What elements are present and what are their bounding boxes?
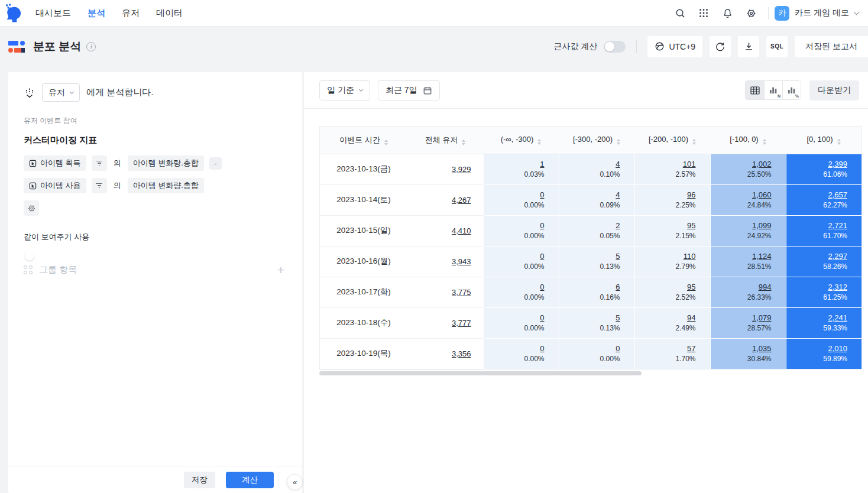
bucket-count-link[interactable]: 0	[484, 190, 545, 200]
bucket-count-link[interactable]: 6	[559, 283, 620, 292]
bucket-count-link[interactable]: 0	[484, 344, 545, 353]
bucket-count-link[interactable]: 95	[635, 221, 696, 231]
granularity-value: 일 기준	[327, 85, 354, 96]
download-button[interactable]: 다운받기	[809, 80, 859, 100]
bucket-count-link[interactable]: 2,241	[786, 313, 848, 323]
workspace-switcher[interactable]: 카 카드 게임 데모	[775, 6, 861, 21]
total-users-link[interactable]: 3,777	[452, 319, 471, 327]
filter-chip[interactable]	[92, 178, 107, 193]
settings-button[interactable]	[741, 3, 761, 23]
column-header-4[interactable]: [-200, -100)	[634, 127, 710, 154]
event-chip[interactable]: 아이템 사용	[24, 178, 86, 193]
total-users-link[interactable]: 3,943	[452, 257, 471, 266]
cell-bucket: 1,03530.84%	[710, 338, 786, 369]
bucket-count-link[interactable]: 2,297	[786, 252, 848, 261]
bucket-count-link[interactable]: 1,060	[711, 190, 772, 200]
bucket-count-link[interactable]: 110	[635, 252, 696, 261]
bucket-count-link[interactable]: 95	[635, 283, 696, 292]
calculate-button[interactable]: 계산	[226, 472, 274, 488]
apps-button[interactable]	[694, 3, 714, 23]
group-by-row[interactable]: 그룹 항목 +	[24, 264, 287, 276]
sort-icon[interactable]	[462, 140, 465, 145]
refresh-button[interactable]	[710, 36, 731, 57]
add-group-button[interactable]: +	[277, 264, 284, 276]
filter-chip[interactable]	[92, 155, 107, 171]
nav-item-users[interactable]: 유저	[122, 8, 140, 19]
column-header-2[interactable]: (-∞, -300)	[483, 127, 559, 154]
saved-reports-button[interactable]: 저장된 보고서	[795, 36, 868, 57]
view-table-button[interactable]	[746, 81, 764, 99]
bucket-count-link[interactable]: 5	[559, 313, 620, 323]
operator-chip[interactable]: -	[209, 157, 222, 170]
bucket-count-link[interactable]: 5	[559, 252, 620, 261]
total-users-link[interactable]: 3,356	[452, 349, 471, 358]
metric-settings-button[interactable]	[24, 200, 39, 216]
column-header-0[interactable]: 이벤트 시간	[320, 127, 407, 154]
bucket-count-link[interactable]: 94	[635, 313, 696, 323]
bucket-count-link[interactable]: 4	[559, 190, 620, 200]
nav-item-analysis[interactable]: 분석	[88, 8, 105, 19]
search-button[interactable]	[670, 3, 690, 23]
event-chip[interactable]: 아이템 획득	[24, 155, 86, 171]
cell-bucket: 00.00%	[483, 184, 559, 215]
sort-icon[interactable]	[537, 139, 541, 145]
bucket-count-link[interactable]: 1,124	[711, 252, 772, 261]
bucket-count-link[interactable]: 2,312	[786, 283, 848, 292]
bucket-count-link[interactable]: 1,002	[711, 160, 772, 169]
sort-icon[interactable]	[837, 139, 841, 145]
app-logo-icon[interactable]	[5, 4, 21, 22]
total-users-link[interactable]: 4,410	[452, 226, 471, 235]
bucket-count-link[interactable]: 1,079	[711, 313, 772, 323]
nav-item-dashboard[interactable]: 대시보드	[35, 8, 71, 19]
bucket-percentage: 59.33%	[786, 324, 848, 333]
total-users-link[interactable]: 3,929	[452, 165, 471, 174]
bucket-count-link[interactable]: 0	[484, 313, 545, 323]
bucket-count-link[interactable]: 0	[484, 283, 545, 292]
sort-icon[interactable]	[384, 140, 388, 145]
total-users-link[interactable]: 3,775	[452, 288, 471, 297]
column-header-1[interactable]: 전체 유저	[407, 127, 483, 154]
timezone-button[interactable]: UTC+9	[647, 36, 702, 57]
bucket-count-link[interactable]: 1,099	[711, 221, 772, 231]
bucket-count-link[interactable]: 2	[559, 221, 620, 231]
view-chart-count-button[interactable]: N	[764, 81, 782, 99]
sort-icon[interactable]	[763, 139, 766, 145]
info-icon[interactable]: i	[86, 42, 96, 51]
bucket-count-link[interactable]: 2,010	[786, 344, 848, 353]
sort-icon[interactable]	[692, 139, 696, 145]
property-chip[interactable]: 아이템 변화량.총합	[128, 155, 204, 171]
collapse-panel-button[interactable]: «	[287, 474, 303, 490]
notifications-button[interactable]	[717, 3, 737, 23]
bucket-count-link[interactable]: 1	[484, 160, 545, 169]
granularity-select[interactable]: 일 기준	[319, 80, 370, 100]
bucket-count-link[interactable]: 2,657	[786, 190, 848, 200]
bucket-count-link[interactable]: 0	[559, 344, 620, 353]
date-range-select[interactable]: 최근 7일	[378, 80, 440, 100]
result-toolbar: 일 기준 최근 7일 N % 다운받기	[304, 72, 868, 109]
bucket-count-link[interactable]: 0	[484, 221, 545, 231]
save-button[interactable]: 저장	[184, 472, 215, 488]
sql-button[interactable]: SQL	[766, 36, 788, 57]
column-header-3[interactable]: [-300, -200)	[559, 127, 634, 154]
bucket-count-link[interactable]: 1,035	[711, 344, 772, 353]
bucket-count-link[interactable]: 0	[484, 252, 545, 261]
view-chart-percent-button[interactable]: %	[782, 81, 801, 99]
total-users-link[interactable]: 4,267	[452, 196, 471, 205]
subject-select[interactable]: 유저	[42, 83, 80, 102]
bucket-count-link[interactable]: 96	[635, 190, 696, 200]
sort-icon[interactable]	[617, 139, 620, 145]
bucket-count-link[interactable]: 994	[711, 283, 772, 292]
approx-calc-toggle[interactable]	[604, 41, 626, 53]
bucket-percentage: 0.03%	[484, 170, 545, 179]
nav-item-data[interactable]: 데이터	[156, 8, 183, 19]
bucket-count-link[interactable]: 57	[635, 344, 696, 353]
bucket-count-link[interactable]: 4	[559, 160, 620, 169]
property-chip[interactable]: 아이템 변화량.총합	[128, 178, 204, 193]
column-header-5[interactable]: [-100, 0)	[710, 127, 786, 154]
horizontal-scrollbar[interactable]	[319, 371, 642, 375]
bucket-count-link[interactable]: 2,721	[786, 221, 848, 231]
column-header-6[interactable]: [0, 100)	[786, 127, 861, 154]
bucket-count-link[interactable]: 2,399	[786, 160, 848, 169]
bucket-count-link[interactable]: 101	[635, 160, 696, 169]
download-report-button[interactable]	[738, 36, 759, 57]
